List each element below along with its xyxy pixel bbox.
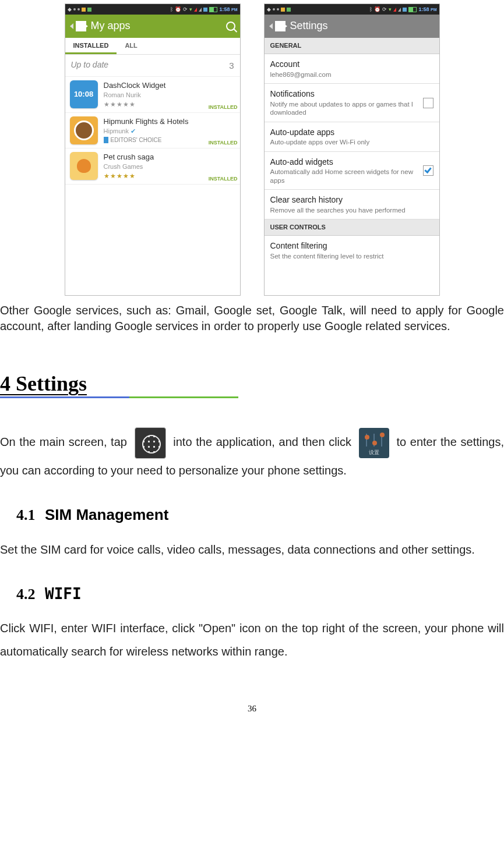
paragraph-sim: Set the SIM card for voice calls, video … [0,538,504,561]
setting-title: Auto-add widgets [270,157,420,168]
play-store-icon[interactable] [76,21,86,31]
heading-underline [0,396,341,398]
flag-icon [104,137,108,143]
setting-title: Clear search history [270,194,430,206]
app-developer: Roman Nurik [104,91,235,100]
setting-title: Account [270,59,430,70]
setting-subtitle: lehe869@gmail.com [270,70,430,79]
setting-subtitle: Set the content filtering level to restr… [270,252,430,260]
app-bar-title: My apps [91,19,226,33]
menu-icon: ◆ [68,6,72,13]
tabs: INSTALLED ALL [65,38,240,55]
settings-item-account[interactable]: Account lehe869@gmail.com [265,54,439,84]
status-time: 1:58 PM [418,6,436,13]
section-header-user-controls: USER CONTROLS [265,219,439,236]
battery-icon [209,7,217,12]
up-to-date-count: 3 [229,59,234,72]
phone-my-apps: ◆ ᛒ ⏰ ⟳ ▾ 1:58 PM My apps [65,3,241,296]
heading-4-2-wifi: 4.2 WIFI [16,583,504,605]
installed-badge: INSTALLED [209,104,238,111]
app-name: Hipmunk Flights & Hotels [104,116,235,127]
app-bar: My apps [65,15,240,38]
heading-4-settings: 4 Settings [0,369,504,398]
paragraph-google-services: Other Google services, such as: Gmail, G… [0,303,504,334]
up-to-date-label: Up to date [71,59,109,72]
setting-title: Notifications [270,88,420,100]
app-bar: Settings [265,15,439,38]
menu-icon: ◆ [267,6,271,13]
signal-no-sim-icon [194,8,197,12]
alarm-icon: ⏰ [175,6,181,13]
heading-4-1-sim: 4.1 SIM Management [16,504,504,526]
network-icon [403,8,407,12]
checkbox-unchecked-icon[interactable] [423,98,433,108]
signal-icon [199,8,202,12]
app-bar-title: Settings [290,19,435,33]
signal-no-sim-icon [393,8,396,12]
installed-badge: INSTALLED [209,139,238,147]
alarm-icon: ⏰ [374,6,380,13]
bluetooth-icon: ᛒ [369,6,372,13]
app-developer: Hipmunk ✔ [104,127,235,136]
setting-subtitle: Notify me about updates to apps or games… [270,100,420,117]
settings-item-autoadd[interactable]: Auto-add widgets Automatically add Home … [265,152,439,190]
tab-installed[interactable]: INSTALLED [65,38,117,54]
app-icon-petcrush [70,152,98,180]
bluetooth-icon: ᛒ [170,6,173,13]
app-item[interactable]: Hipmunk Flights & Hotels Hipmunk ✔ EDITO… [65,113,240,148]
app-indicator-icon [82,8,86,12]
settings-item-clear-history[interactable]: Clear search history Remove all the sear… [265,190,439,219]
setting-title: Auto-update apps [270,127,430,139]
app-indicator-icon [87,8,91,12]
paragraph-wifi: Click WIFI, enter WIFI interface, click … [0,617,504,663]
settings-item-notifications[interactable]: Notifications Notify me about updates to… [265,84,439,122]
checkbox-checked-icon[interactable] [423,165,433,176]
apps-launcher-icon [135,427,166,459]
app-name: Pet crush saga [104,152,235,162]
screenshots-row: ◆ ᛒ ⏰ ⟳ ▾ 1:58 PM My apps [0,0,504,300]
app-name: DashClock Widget [104,80,235,91]
tab-all[interactable]: ALL [117,38,145,54]
phone-settings: ◆ ᛒ ⏰ ⟳ ▾ 1:58 PM Settings GENERAL [264,3,440,296]
setting-title: Content filtering [270,240,430,252]
status-time: 1:58 PM [219,6,237,13]
status-bar: ◆ ᛒ ⏰ ⟳ ▾ 1:58 PM [265,4,439,15]
app-indicator-icon [281,8,285,12]
play-store-icon[interactable] [275,21,286,31]
settings-item-content-filtering[interactable]: Content filtering Set the content filter… [265,236,439,265]
up-to-date-header: Up to date 3 [65,55,240,77]
back-icon[interactable] [269,23,273,29]
paragraph-settings-intro: On the main screen, tap into the applica… [0,427,504,482]
settings-item-autoupdate[interactable]: Auto-update apps Auto-update apps over W… [265,122,439,152]
app-indicator-icon [287,8,291,12]
network-icon [203,8,207,12]
app-item[interactable]: Pet crush saga Crush Games ★★★★★ INSTALL… [65,148,240,185]
back-icon[interactable] [70,23,73,29]
sync-icon: ⟳ [382,6,387,13]
settings-shortcut-icon: 设置 [359,428,389,458]
signal-icon [398,8,401,12]
sync-icon: ⟳ [183,6,188,13]
setting-subtitle: Remove all the searches you have perform… [270,206,430,214]
wifi-icon: ▾ [389,6,392,13]
wifi-icon: ▾ [189,6,192,13]
app-item[interactable]: 10:08 DashClock Widget Roman Nurik ★★★★★… [65,77,240,113]
app-icon-hipmunk [70,116,98,144]
app-developer: Crush Games [104,162,235,171]
setting-subtitle: Auto-update apps over Wi-Fi only [270,138,430,146]
battery-icon [408,7,417,12]
setting-subtitle: Automatically add Home screen widgets fo… [270,168,420,185]
page-number: 36 [0,703,504,715]
status-bar: ◆ ᛒ ⏰ ⟳ ▾ 1:58 PM [65,4,240,15]
app-icon-dashclock: 10:08 [70,80,98,108]
installed-badge: INSTALLED [209,175,238,183]
section-header-general: GENERAL [265,38,439,54]
search-icon[interactable] [226,22,235,31]
